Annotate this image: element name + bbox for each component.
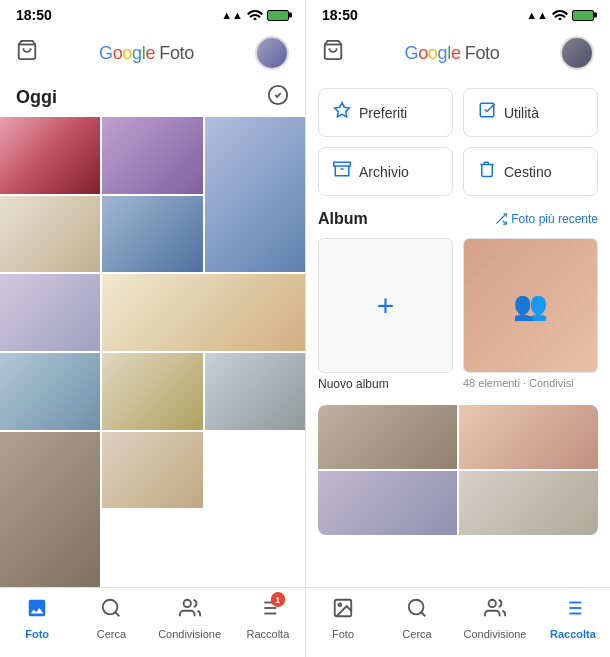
star-icon: [333, 101, 351, 124]
right-status-icons: ▲▲: [526, 8, 594, 22]
albums-section-header: Album Foto più recente: [318, 210, 598, 228]
right-wifi-icon: [552, 8, 568, 22]
photo-cell[interactable]: [0, 274, 100, 351]
right-nav-item-cerca[interactable]: Cerca: [390, 597, 445, 640]
library-content: Preferiti Utilità: [306, 80, 610, 587]
photo-grid: [0, 117, 305, 587]
right-battery-icon: [572, 10, 594, 21]
svg-point-20: [409, 600, 424, 615]
right-screen: 18:50 ▲▲: [305, 0, 610, 657]
battery-icon: [267, 10, 289, 21]
right-nav-item-condivisione[interactable]: Condivisione: [464, 597, 527, 640]
right-nav-item-foto[interactable]: Foto: [316, 597, 371, 640]
right-logo: Google Foto: [404, 43, 499, 64]
condivisione-icon: [179, 597, 201, 625]
right-nav-item-raccolta[interactable]: Raccolta: [545, 597, 600, 640]
right-nav-label-foto: Foto: [332, 628, 354, 640]
people-album-item[interactable]: 👥 48 elementi · Condivisi: [463, 238, 598, 391]
check-icon[interactable]: [267, 84, 289, 111]
svg-point-22: [489, 600, 496, 607]
cestino-label: Cestino: [504, 164, 551, 180]
signal-icon: ▲▲: [221, 9, 243, 21]
right-time: 18:50: [322, 7, 358, 23]
right-bottom-nav: Foto Cerca: [306, 587, 610, 657]
svg-point-2: [103, 600, 118, 615]
nav-label-condivisione: Condivisione: [158, 628, 221, 640]
left-avatar[interactable]: [255, 36, 289, 70]
task-icon: [478, 101, 496, 124]
trash-icon: [478, 160, 496, 183]
raccolta-icon: 1: [257, 597, 279, 625]
foto-icon: [26, 597, 48, 625]
wide-cell-3: [318, 471, 457, 535]
nav-item-condivisione[interactable]: Condivisione: [158, 597, 221, 640]
nav-item-cerca[interactable]: Cerca: [84, 597, 139, 640]
cestino-button[interactable]: Cestino: [463, 147, 598, 196]
right-nav-label-cerca: Cerca: [402, 628, 431, 640]
new-album-item[interactable]: + Nuovo album: [318, 238, 453, 391]
left-status-icons: ▲▲: [221, 8, 289, 22]
nav-label-foto: Foto: [25, 628, 49, 640]
photo-cell[interactable]: [102, 117, 202, 194]
quick-actions: Preferiti Utilità: [318, 88, 598, 196]
left-bottom-nav: Foto Cerca: [0, 587, 305, 657]
left-logo: Google Foto: [99, 43, 194, 64]
svg-marker-12: [335, 103, 350, 117]
raccolta-badge: 1: [271, 592, 285, 606]
preferiti-button[interactable]: Preferiti: [318, 88, 453, 137]
nav-label-cerca: Cerca: [97, 628, 126, 640]
right-nav-label-raccolta: Raccolta: [550, 628, 596, 640]
faces-icon: 👥: [464, 239, 597, 372]
sort-icon: [494, 212, 508, 226]
preferiti-label: Preferiti: [359, 105, 407, 121]
right-status-bar: 18:50 ▲▲: [306, 0, 610, 28]
albums-grid: + Nuovo album 👥 48 elementi · Condivisi: [318, 238, 598, 391]
right-nav-label-condivisione: Condivisione: [464, 628, 527, 640]
svg-rect-13: [480, 103, 494, 117]
right-raccolta-icon: [562, 597, 584, 625]
photo-cell[interactable]: [0, 196, 100, 273]
svg-rect-14: [334, 162, 351, 166]
photo-cell[interactable]: [0, 353, 100, 430]
svg-point-19: [338, 603, 341, 606]
photo-cell[interactable]: [0, 432, 100, 587]
wide-album[interactable]: [318, 405, 598, 535]
utilita-button[interactable]: Utilità: [463, 88, 598, 137]
wifi-icon: [247, 8, 263, 22]
photo-cell[interactable]: [102, 432, 202, 509]
photo-cell[interactable]: [205, 117, 305, 272]
photo-cell[interactable]: [102, 196, 202, 273]
right-condivisione-icon: [484, 597, 506, 625]
svg-line-21: [421, 612, 425, 616]
left-status-bar: 18:50 ▲▲: [0, 0, 305, 28]
left-screen: 18:50 ▲▲: [0, 0, 305, 657]
left-time: 18:50: [16, 7, 52, 23]
archivio-button[interactable]: Archivio: [318, 147, 453, 196]
photo-cell[interactable]: [102, 274, 305, 351]
svg-line-3: [116, 612, 120, 616]
svg-point-4: [183, 600, 190, 607]
archivio-label: Archivio: [359, 164, 409, 180]
left-app-header: Google Foto: [0, 28, 305, 80]
foto-recente-action[interactable]: Foto più recente: [494, 212, 598, 226]
wide-cell-4: [459, 471, 598, 535]
right-app-header: Google Foto: [306, 28, 610, 80]
utilita-label: Utilità: [504, 105, 539, 121]
right-cerca-icon: [406, 597, 428, 625]
nav-label-raccolta: Raccolta: [246, 628, 289, 640]
right-foto-icon: [332, 597, 354, 625]
right-cart-icon[interactable]: [322, 39, 344, 67]
nav-item-foto[interactable]: Foto: [10, 597, 65, 640]
albums-title: Album: [318, 210, 368, 228]
people-album-thumb: 👥: [463, 238, 598, 373]
nav-item-raccolta[interactable]: 1 Raccolta: [240, 597, 295, 640]
photo-cell[interactable]: [205, 353, 305, 430]
photo-cell[interactable]: [0, 117, 100, 194]
cart-icon[interactable]: [16, 39, 38, 67]
right-avatar[interactable]: [560, 36, 594, 70]
wide-cell-2: [459, 405, 598, 469]
photo-cell[interactable]: [102, 353, 202, 430]
today-bar: Oggi: [0, 80, 305, 117]
archive-icon: [333, 160, 351, 183]
foto-recente-label: Foto più recente: [511, 212, 598, 226]
